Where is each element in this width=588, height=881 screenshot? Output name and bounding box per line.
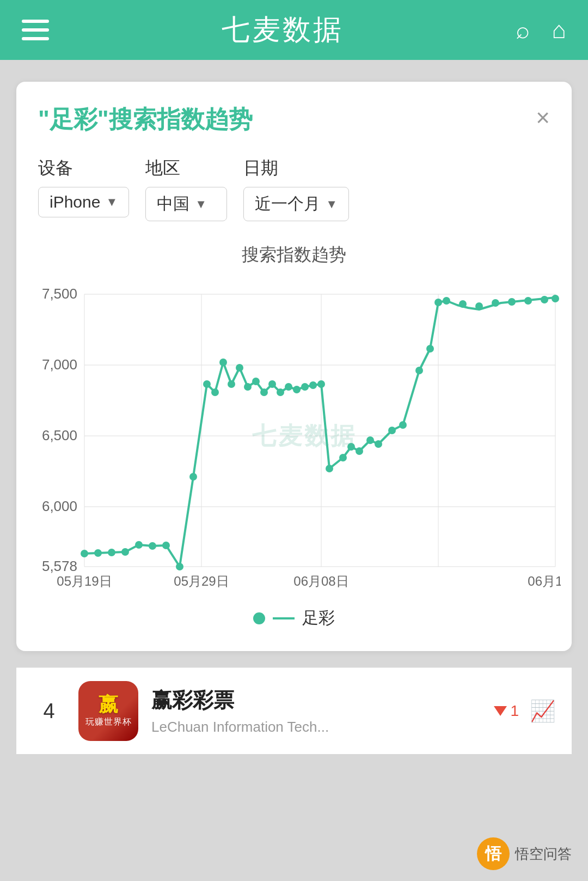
svg-point-52 [475,302,483,310]
svg-point-27 [228,380,235,388]
wukong-logo-text: 悟 [485,843,501,865]
date-arrow: ▼ [326,197,338,211]
svg-point-21 [162,542,170,549]
svg-point-38 [317,380,325,388]
svg-point-54 [508,298,516,306]
svg-point-16 [94,549,102,557]
filters: 设备 iPhone ▼ 地区 中国 ▼ 日期 近一个月 ▼ [38,156,550,221]
device-value: iPhone [50,193,100,211]
svg-point-41 [347,443,355,451]
svg-point-31 [260,388,268,396]
svg-text:06月08日: 06月08日 [293,574,348,588]
svg-point-39 [326,465,333,472]
wukong-brand: 悟空问答 [515,844,572,864]
svg-point-36 [301,383,309,391]
main-content: "足彩"搜索指数趋势 × 设备 iPhone ▼ 地区 中国 ▼ 日期 [0,60,588,881]
svg-point-40 [339,454,347,461]
svg-point-20 [149,542,156,550]
svg-point-23 [189,473,197,481]
mini-chart-icon[interactable]: 📈 [530,699,555,723]
svg-point-35 [293,386,301,393]
menu-icon[interactable] [22,20,49,40]
svg-point-19 [135,541,143,549]
date-select[interactable]: 近一个月 ▼ [243,187,349,221]
svg-point-47 [415,367,423,374]
svg-point-43 [366,436,374,444]
chart-title: 搜索指数趋势 [38,243,550,267]
rank-number: 4 [33,700,65,723]
svg-point-22 [176,563,183,570]
date-label: 日期 [243,156,349,180]
region-select[interactable]: 中国 ▼ [145,187,227,221]
chart-container: 七麦数据 7,500 7,000 6,500 6,000 5,578 [38,278,550,594]
app-icon: 嬴 玩赚世界杯 [78,681,138,741]
svg-point-33 [277,388,284,396]
app-sub-text: LeChuan Information Tech... [151,719,494,736]
svg-point-18 [121,548,129,556]
app-row[interactable]: 4 嬴 玩赚世界杯 赢彩彩票 LeChuan Information Tech.… [16,667,572,754]
region-label: 地区 [145,156,227,180]
svg-point-51 [459,300,467,308]
trend-card: "足彩"搜索指数趋势 × 设备 iPhone ▼ 地区 中国 ▼ 日期 [16,82,572,651]
region-filter: 地区 中国 ▼ [145,156,227,221]
svg-text:7,000: 7,000 [42,356,77,373]
svg-point-24 [203,380,211,388]
date-filter: 日期 近一个月 ▼ [243,156,349,221]
svg-point-50 [443,297,450,305]
home-icon[interactable]: ⌂ [552,18,566,42]
svg-text:06月15日: 06月15日 [528,574,561,588]
rank-change-value: 1 [510,702,519,720]
rank-down-icon [494,706,507,716]
device-filter: 设备 iPhone ▼ [38,156,129,221]
svg-point-45 [388,427,396,434]
svg-point-42 [356,447,363,455]
app-icon-text: 嬴 [99,695,118,714]
region-arrow: ▼ [195,197,207,211]
app-info: 赢彩彩票 LeChuan Information Tech... [151,686,494,736]
svg-text:05月29日: 05月29日 [174,574,229,588]
svg-point-32 [268,380,276,388]
svg-text:6,500: 6,500 [42,427,77,443]
svg-text:5,578: 5,578 [42,558,77,574]
legend-label: 足彩 [302,607,335,629]
app-name: 赢彩彩票 [151,686,494,714]
card-header: "足彩"搜索指数趋势 × [38,104,550,135]
chart-legend: 足彩 [38,607,550,629]
svg-point-34 [285,383,292,391]
svg-point-29 [244,383,252,391]
trend-chart: 7,500 7,000 6,500 6,000 5,578 [38,278,561,594]
close-button[interactable]: × [536,106,550,130]
svg-point-28 [236,364,243,372]
svg-point-37 [309,381,317,389]
app-title: 七麦数据 [222,11,344,49]
region-value: 中国 [157,193,189,215]
legend-dot [253,612,265,624]
svg-point-26 [219,359,227,366]
date-value: 近一个月 [255,193,320,215]
app-right-section: 1 📈 [494,699,555,723]
svg-point-48 [426,345,434,353]
svg-text:6,000: 6,000 [42,498,77,514]
app-icon-sub: 玩赚世界杯 [85,716,132,728]
svg-point-44 [375,440,382,448]
card-title: "足彩"搜索指数趋势 [38,104,253,135]
chart-section: 搜索指数趋势 七麦数据 7,500 7,000 6,500 6,000 5,57… [38,243,550,629]
svg-point-56 [541,296,548,303]
svg-point-25 [211,388,219,396]
device-label: 设备 [38,156,129,180]
wukong-logo: 悟 [477,837,510,870]
svg-text:05月19日: 05月19日 [57,574,112,588]
svg-point-49 [434,299,442,306]
svg-point-15 [81,550,88,557]
device-arrow: ▼ [106,195,118,209]
svg-point-55 [524,297,532,305]
svg-point-17 [108,549,115,556]
svg-point-30 [252,378,260,385]
svg-point-57 [552,295,559,302]
device-select[interactable]: iPhone ▼ [38,187,129,217]
app-header: 七麦数据 ⌕ ⌂ [0,0,588,60]
svg-point-53 [492,299,499,307]
legend-line [273,617,295,619]
svg-point-46 [399,421,407,429]
search-icon[interactable]: ⌕ [516,18,530,42]
